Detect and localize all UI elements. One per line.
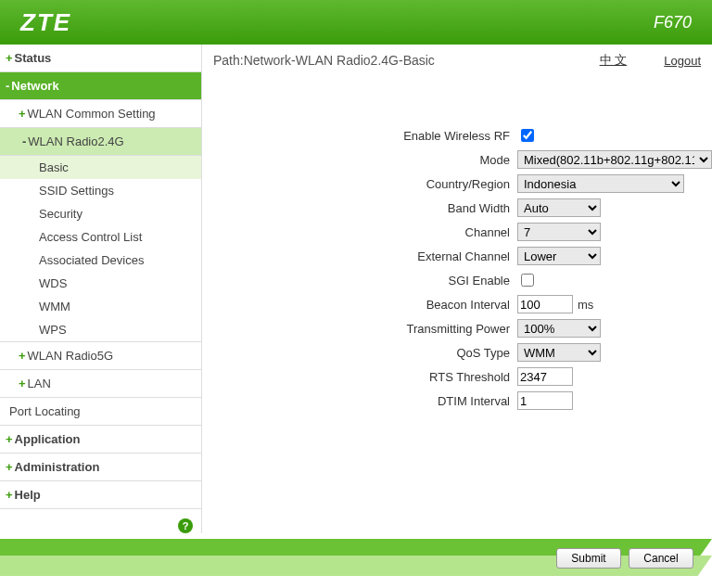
sidebar-item-wlan5g[interactable]: +WLAN Radio5G xyxy=(0,342,201,370)
sidebar-item-assoc[interactable]: Associated Devices xyxy=(0,249,201,272)
brand-logo: ZTE xyxy=(20,8,71,37)
label-sgi: SGI Enable xyxy=(295,274,517,288)
country-select[interactable]: Indonesia xyxy=(517,174,684,193)
language-link[interactable]: 中 文 xyxy=(600,52,628,69)
sidebar-item-lan[interactable]: +LAN xyxy=(0,370,201,398)
model-name: F670 xyxy=(654,13,692,32)
bandwidth-select[interactable]: Auto xyxy=(517,198,601,217)
sidebar-item-wps[interactable]: WPS xyxy=(0,318,201,342)
enable-rf-checkbox[interactable] xyxy=(521,129,534,142)
sidebar-item-wlan-common[interactable]: +WLAN Common Setting xyxy=(0,100,201,128)
sidebar-item-wlan24[interactable]: -WLAN Radio2.4G xyxy=(0,128,201,156)
logout-link[interactable]: Logout xyxy=(664,54,701,68)
ext-channel-select[interactable]: Lower xyxy=(517,247,601,265)
label-enable-rf: Enable Wireless RF xyxy=(295,129,517,143)
expand-icon: + xyxy=(6,460,13,474)
label-country: Country/Region xyxy=(295,177,517,191)
rts-input[interactable] xyxy=(517,367,573,386)
sidebar-item-help[interactable]: +Help xyxy=(0,481,201,509)
label-channel: Channel xyxy=(295,225,517,239)
sidebar-item-ssid[interactable]: SSID Settings xyxy=(0,179,201,202)
label-mode: Mode xyxy=(295,153,517,167)
mode-select[interactable]: Mixed(802.11b+802.11g+802.11n xyxy=(517,150,712,169)
sidebar-item-basic[interactable]: Basic xyxy=(0,156,201,179)
sgi-checkbox[interactable] xyxy=(521,274,534,287)
sidebar: +Status -Network +WLAN Common Setting -W… xyxy=(0,45,201,533)
label-bandwidth: Band Width xyxy=(295,201,517,215)
dtim-input[interactable] xyxy=(517,391,573,410)
label-ext-channel: External Channel xyxy=(295,249,517,263)
beacon-input[interactable] xyxy=(517,295,573,313)
sidebar-item-status[interactable]: +Status xyxy=(0,45,201,72)
label-beacon: Beacon Interval xyxy=(295,298,517,312)
sidebar-item-wds[interactable]: WDS xyxy=(0,272,201,295)
main-pane: Path:Network-WLAN Radio2.4G-Basic 中 文 Lo… xyxy=(201,45,712,533)
sidebar-item-network[interactable]: -Network xyxy=(0,72,201,100)
label-txpower: Transmitting Power xyxy=(295,322,517,336)
txpower-select[interactable]: 100% xyxy=(517,319,601,338)
qos-select[interactable]: WMM xyxy=(517,343,601,362)
label-qos: QoS Type xyxy=(295,346,517,360)
sidebar-item-wmm[interactable]: WMM xyxy=(0,295,201,318)
label-dtim: DTIM Interval xyxy=(295,394,517,408)
beacon-unit: ms xyxy=(578,298,593,312)
help-icon[interactable]: ? xyxy=(178,518,193,533)
sidebar-item-security[interactable]: Security xyxy=(0,202,201,225)
sidebar-item-acl[interactable]: Access Control List xyxy=(0,225,201,249)
expand-icon: + xyxy=(19,107,26,121)
sidebar-item-port-locating[interactable]: Port Locating xyxy=(0,398,201,426)
action-bar: Submit Cancel xyxy=(0,539,712,588)
collapse-icon: - xyxy=(6,79,9,93)
expand-icon: + xyxy=(19,377,26,390)
label-rts: RTS Threshold xyxy=(295,370,517,384)
channel-select[interactable]: 7 xyxy=(517,223,601,241)
expand-icon: + xyxy=(6,488,13,502)
expand-icon: + xyxy=(6,51,13,65)
app-header: ZTE F670 xyxy=(0,0,712,45)
breadcrumb: Path:Network-WLAN Radio2.4G-Basic xyxy=(213,53,600,68)
expand-icon: + xyxy=(19,349,26,363)
submit-button[interactable]: Submit xyxy=(556,548,621,569)
expand-icon: + xyxy=(6,432,13,446)
cancel-button[interactable]: Cancel xyxy=(629,548,693,569)
collapse-icon: - xyxy=(22,134,26,148)
settings-form: Enable Wireless RF Mode Mixed(802.11b+80… xyxy=(295,126,712,410)
sidebar-item-application[interactable]: +Application xyxy=(0,426,201,454)
sidebar-item-administration[interactable]: +Administration xyxy=(0,454,201,481)
